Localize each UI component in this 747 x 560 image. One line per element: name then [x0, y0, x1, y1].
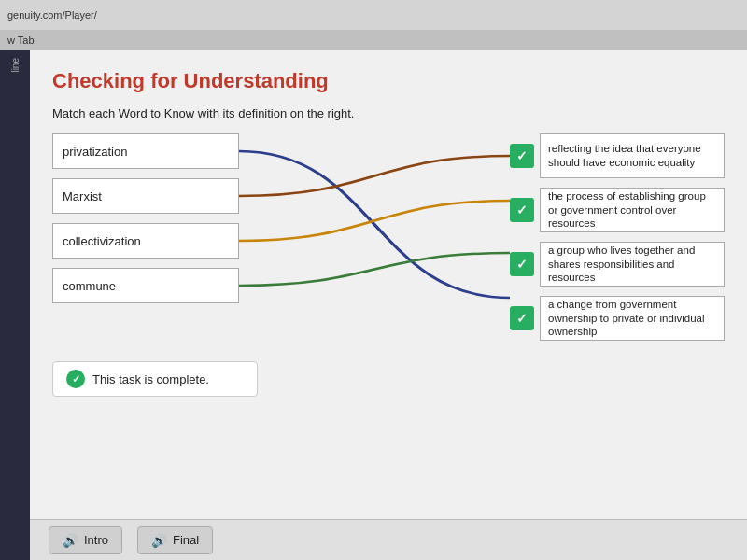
complete-icon: ✓: [66, 370, 85, 388]
word-commune: commune: [52, 268, 239, 303]
bottom-nav: 🔊 Intro 🔊 Final: [30, 519, 747, 560]
tab-label: w Tab: [7, 35, 35, 46]
final-icon: 🔊: [151, 533, 167, 548]
definition-3: a group who lives together and shares re…: [540, 242, 725, 287]
instruction: Match each Word to Know with its definit…: [52, 106, 725, 120]
definition-2: the process of establishing group or gov…: [540, 188, 725, 232]
lines-area: [239, 133, 510, 315]
def-row-2: ✓ the process of establishing group or g…: [510, 188, 725, 232]
tab-bar: w Tab: [0, 30, 747, 50]
def-row-1: ✓ reflecting the idea that everyone shou…: [510, 133, 725, 178]
complete-text: This task is complete.: [92, 372, 209, 386]
check-4: ✓: [510, 306, 534, 330]
final-label: Final: [173, 533, 199, 547]
final-button[interactable]: 🔊 Final: [137, 526, 213, 554]
complete-checkmark: ✓: [72, 373, 80, 385]
page-title: Checking for Understanding: [52, 69, 725, 93]
left-words: privatization Marxist collectivization c…: [52, 133, 239, 303]
checkmark-4: ✓: [516, 311, 528, 326]
sidebar-label: line: [10, 58, 21, 73]
check-1: ✓: [510, 144, 534, 168]
def-row-3: ✓ a group who lives together and shares …: [510, 242, 725, 287]
intro-button[interactable]: 🔊 Intro: [49, 526, 122, 554]
word-privatization: privatization: [52, 133, 239, 169]
checkmark-2: ✓: [516, 203, 528, 217]
url-bar: genuity.com/Player/: [7, 9, 97, 21]
right-definitions: ✓ reflecting the idea that everyone shou…: [510, 133, 725, 341]
main-content: Checking for Understanding Match each Wo…: [30, 50, 747, 560]
sidebar-left: line: [0, 50, 30, 560]
word-collectivization: collectivization: [52, 223, 239, 259]
checkmark-3: ✓: [516, 257, 528, 272]
check-2: ✓: [510, 198, 534, 222]
matching-area: privatization Marxist collectivization c…: [52, 133, 725, 341]
intro-label: Intro: [84, 533, 108, 547]
complete-banner: ✓ This task is complete.: [52, 361, 258, 397]
definition-1: reflecting the idea that everyone should…: [540, 133, 725, 178]
intro-icon: 🔊: [63, 533, 78, 548]
checkmark-1: ✓: [516, 148, 528, 163]
definition-4: a change from government ownership to pr…: [540, 296, 725, 341]
browser-bar: genuity.com/Player/: [0, 0, 747, 30]
check-3: ✓: [510, 252, 534, 276]
connection-lines: [239, 133, 510, 315]
word-marxist: Marxist: [52, 178, 239, 214]
def-row-4: ✓ a change from government ownership to …: [510, 296, 725, 341]
